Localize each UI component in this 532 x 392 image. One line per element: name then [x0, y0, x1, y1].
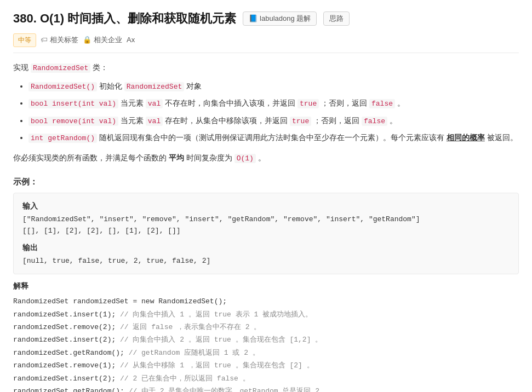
output-value: [null, true, false, true, 2, true, false…	[22, 256, 510, 267]
class-name-code: RandomizedSet	[31, 64, 90, 73]
comment-6: // 从集合中移除 1 ，返回 true 。集合现在包含 [2] 。	[120, 361, 314, 370]
false-2: false	[362, 117, 387, 126]
explain-line-1: RandomizedSet randomizedSet = new Random…	[13, 295, 519, 308]
thinking-button[interactable]: 思路	[323, 11, 350, 26]
method-remove-code: bool remove(int val)	[28, 117, 118, 126]
true-1: true	[298, 99, 319, 108]
explain-line-3: randomizedSet.remove(2); // 返回 false ，表示…	[13, 321, 519, 333]
input-line2: [[], [1], [2], [2], [], [1], [2], []]	[22, 226, 510, 237]
explain-line-2: randomizedSet.insert(1); // 向集合中插入 1 。返回…	[13, 308, 519, 321]
list-item-1: RandomizedSet() 初始化 RandomizedSet 对象	[28, 79, 519, 93]
solution-label: labuladong 题解	[260, 14, 311, 24]
note-line: 你必须实现类的所有函数，并满足每个函数的 平均 时间复杂度为 O(1) 。	[13, 151, 519, 165]
solution-icon: 📘	[249, 14, 258, 22]
method-insert-code: bool insert(int val)	[28, 99, 118, 108]
highlight-same: 相同的概率	[447, 133, 485, 142]
comment-5: // getRandom 应随机返回 1 或 2 。	[129, 349, 260, 357]
explain-line-4: randomizedSet.insert(2); // 向集合中插入 2 。返回…	[13, 333, 519, 346]
related-tags-label: 相关标签	[50, 34, 78, 46]
method-init-code: RandomizedSet()	[28, 82, 97, 91]
thinking-label: 思路	[329, 14, 344, 24]
comment-7: // 2 已在集合中，所以返回 false 。	[120, 374, 250, 383]
tag-icon: 🏷	[41, 34, 48, 46]
list-item-4: int getRandom() 随机返回现有集合中的一项（测试用例保证调用此方法…	[28, 131, 519, 145]
comment-4: // 向集合中插入 2 。返回 true 。集合现在包含 [1,2] 。	[120, 336, 322, 344]
explain-label: 解释	[13, 280, 519, 292]
title-complexity: O(1)	[40, 11, 67, 25]
example-block: 输入 ["RandomizedSet", "insert", "remove",…	[13, 193, 519, 274]
comment-3: // 返回 false ，表示集合中不存在 2 。	[120, 323, 261, 331]
method-getrandom-code: int getRandom()	[28, 134, 97, 143]
true-2: true	[290, 117, 311, 126]
solution-button[interactable]: 📘 labuladong 题解	[243, 11, 317, 26]
tags-row: 中等 🏷 相关标签 🔒 相关企业 Ax	[13, 33, 519, 53]
highlight-avg: 平均	[169, 153, 184, 162]
comment-8: // 由于 2 是集合中唯一的数字，getRandom 总是返回 2 。	[129, 387, 331, 392]
explain-line-5: randomizedSet.getRandom(); // getRandom …	[13, 347, 519, 359]
desc-intro: 实现 RandomizedSet 类：	[13, 61, 519, 74]
difficulty-badge[interactable]: 中等	[13, 33, 36, 47]
list-item-2: bool insert(int val) 当元素 val 不存在时，向集合中插入…	[28, 96, 519, 110]
explain-line-7: randomizedSet.insert(2); // 2 已在集合中，所以返回…	[13, 372, 519, 385]
false-1: false	[369, 99, 395, 108]
input-label: 输入	[22, 200, 510, 212]
explain-line-8: randomizedSet.getRandom(); // 由于 2 是集合中唯…	[13, 385, 519, 392]
problem-title: 380. O(1) 时间插入、删除和获取随机元素	[13, 9, 236, 28]
val-ref-2: val	[146, 117, 163, 126]
title-rest: 时间插入、删除和获取随机元素	[67, 11, 236, 25]
comment-2: // 向集合中插入 1 。返回 true 表示 1 被成功地插入。	[120, 310, 312, 319]
title-row: 380. O(1) 时间插入、删除和获取随机元素 📘 labuladong 题解…	[13, 9, 519, 28]
related-tags-item[interactable]: 🏷 相关标签	[41, 34, 78, 46]
desc-list: RandomizedSet() 初始化 RandomizedSet 对象 boo…	[13, 79, 519, 145]
problem-description: 实现 RandomizedSet 类： RandomizedSet() 初始化 …	[13, 61, 519, 165]
explain-line-6: randomizedSet.remove(1); // 从集合中移除 1 ，返回…	[13, 359, 519, 372]
example-title: 示例：	[13, 175, 519, 188]
ax-item[interactable]: Ax	[127, 34, 135, 46]
example-section: 示例： 输入 ["RandomizedSet", "insert", "remo…	[13, 175, 519, 392]
title-num: 380.	[13, 11, 37, 25]
class-ref-code: RandomizedSet	[124, 82, 184, 91]
related-company-label: 相关企业	[94, 34, 122, 46]
related-company-item[interactable]: 🔒 相关企业	[83, 34, 122, 46]
input-line1: ["RandomizedSet", "insert", "remove", "i…	[22, 214, 510, 226]
output-label: 输出	[22, 241, 510, 253]
lock-icon: 🔒	[83, 34, 91, 46]
explain-code-block: RandomizedSet randomizedSet = new Random…	[13, 295, 519, 392]
val-ref-1: val	[146, 99, 163, 108]
explain-section: 解释 RandomizedSet randomizedSet = new Ran…	[13, 280, 519, 392]
page-container: 380. O(1) 时间插入、删除和获取随机元素 📘 labuladong 题解…	[0, 0, 532, 392]
o1-note-code: O(1)	[234, 154, 256, 163]
list-item-3: bool remove(int val) 当元素 val 存在时，从集合中移除该…	[28, 114, 519, 128]
ax-label: Ax	[127, 34, 135, 46]
